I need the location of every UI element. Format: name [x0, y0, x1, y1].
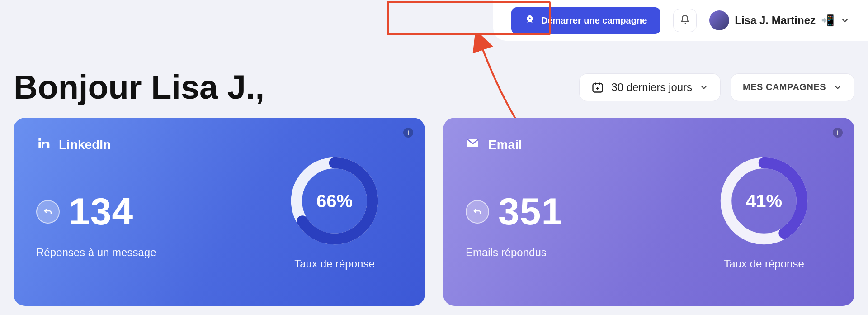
- linkedin-rate-donut: 66%: [287, 153, 382, 248]
- campaign-scope-label: MES CAMPAGNES: [743, 82, 826, 92]
- linkedin-count-label: Réponses à un message: [36, 246, 267, 259]
- date-range-label: 30 derniers jours: [611, 81, 692, 94]
- email-rate-donut: 41%: [717, 153, 811, 248]
- user-name: Lisa J. Martinez: [735, 14, 816, 27]
- linkedin-card: i LinkedIn 134 Réponses à un message: [14, 118, 425, 306]
- chevron-down-icon: [833, 83, 842, 92]
- device-emoji-icon: 📲: [821, 14, 835, 27]
- start-campaign-button[interactable]: Démarrer une campagne: [511, 7, 661, 34]
- greeting-row: Bonjour Lisa J., 30 derniers jours MES C…: [14, 68, 854, 106]
- info-button[interactable]: i: [403, 128, 413, 138]
- email-rate-label: Taux de réponse: [724, 258, 804, 270]
- email-rate-value: 41%: [717, 153, 811, 248]
- info-icon: i: [837, 129, 839, 136]
- campaign-scope-selector[interactable]: MES CAMPAGNES: [731, 73, 854, 101]
- email-card-right: 41% Taux de réponse: [696, 136, 832, 288]
- stats-cards: i LinkedIn 134 Réponses à un message: [14, 118, 854, 306]
- chevron-down-icon: [699, 83, 708, 92]
- linkedin-card-title: LinkedIn: [59, 138, 111, 152]
- avatar: [709, 10, 729, 30]
- linkedin-icon: [36, 136, 51, 153]
- start-campaign-label: Démarrer une campagne: [541, 15, 647, 26]
- rocket-icon: [525, 14, 535, 27]
- email-card-left: Email 351 Emails répondus: [466, 136, 696, 288]
- envelope-icon: [466, 136, 480, 153]
- user-menu[interactable]: Lisa J. Martinez 📲: [709, 10, 850, 30]
- chevron-down-icon: [840, 15, 850, 25]
- email-count-label: Emails répondus: [466, 246, 696, 259]
- linkedin-card-title-row: LinkedIn: [36, 136, 267, 153]
- reply-icon: [466, 200, 489, 224]
- linkedin-rate-value: 66%: [287, 153, 382, 248]
- email-card-title-row: Email: [466, 136, 696, 153]
- filters: 30 derniers jours MES CAMPAGNES: [579, 73, 854, 101]
- linkedin-count-row: 134: [36, 190, 267, 234]
- linkedin-card-left: LinkedIn 134 Réponses à un message: [36, 136, 267, 288]
- reply-icon: [36, 200, 60, 224]
- linkedin-count: 134: [69, 190, 133, 234]
- bell-icon: [679, 14, 690, 27]
- email-card: i Email 351 Emails répondus: [443, 118, 854, 306]
- calendar-forward-icon: [591, 81, 604, 94]
- linkedin-card-right: 66% Taux de réponse: [267, 136, 402, 288]
- info-icon: i: [407, 129, 409, 136]
- info-button[interactable]: i: [833, 128, 843, 138]
- topbar: Démarrer une campagne Lisa J. Martinez 📲: [493, 0, 868, 41]
- linkedin-rate-label: Taux de réponse: [294, 258, 374, 270]
- email-count-row: 351: [466, 190, 696, 234]
- email-card-title: Email: [488, 138, 522, 152]
- notifications-button[interactable]: [673, 9, 697, 32]
- email-count: 351: [498, 190, 563, 234]
- date-range-selector[interactable]: 30 derniers jours: [579, 73, 721, 101]
- page-title: Bonjour Lisa J.,: [14, 68, 264, 106]
